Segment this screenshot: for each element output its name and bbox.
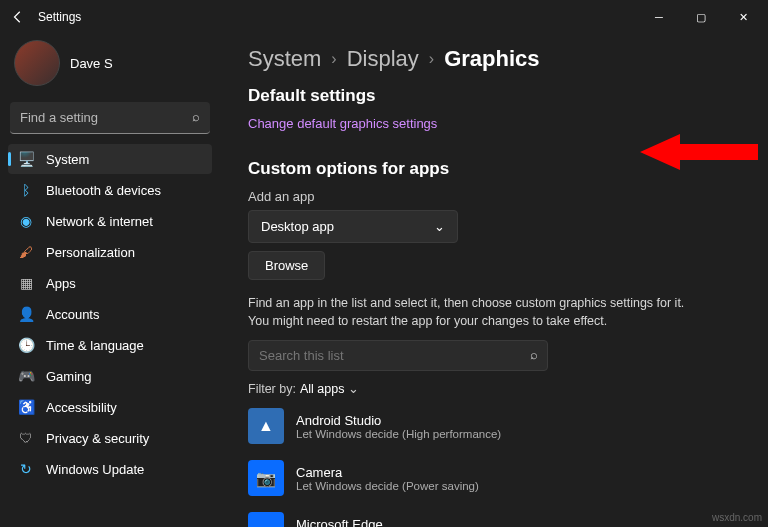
app-search-wrap: ⌕ [248, 340, 548, 371]
nav-label: Windows Update [46, 462, 144, 477]
window-title: Settings [38, 10, 81, 24]
app-name: Microsoft Edge [296, 517, 479, 527]
default-settings-heading: Default settings [248, 86, 744, 106]
add-app-label: Add an app [248, 189, 744, 204]
nav-icon: ◉ [18, 213, 34, 229]
sidebar-item-gaming[interactable]: 🎮Gaming [8, 361, 212, 391]
app-search-input[interactable] [248, 340, 548, 371]
search-icon: ⌕ [530, 347, 538, 362]
sidebar-item-system[interactable]: 🖥️System [8, 144, 212, 174]
sidebar-item-time-language[interactable]: 🕒Time & language [8, 330, 212, 360]
sidebar-item-privacy-security[interactable]: 🛡Privacy & security [8, 423, 212, 453]
avatar [14, 40, 60, 86]
filter-row[interactable]: Filter by: All apps ⌄ [248, 381, 744, 396]
nav-label: Accounts [46, 307, 99, 322]
nav-icon: 👤 [18, 306, 34, 322]
app-name: Camera [296, 465, 479, 480]
nav-icon: 🕒 [18, 337, 34, 353]
nav-icon: ♿ [18, 399, 34, 415]
nav-icon: 🖥️ [18, 151, 34, 167]
apps-list: ▲Android StudioLet Windows decide (High … [248, 404, 744, 527]
nav-label: Bluetooth & devices [46, 183, 161, 198]
app-icon: 📷 [248, 460, 284, 496]
nav-label: Time & language [46, 338, 144, 353]
nav-icon: 🎮 [18, 368, 34, 384]
nav-label: Personalization [46, 245, 135, 260]
nav-icon: ↻ [18, 461, 34, 477]
sidebar-item-windows-update[interactable]: ↻Windows Update [8, 454, 212, 484]
dropdown-value: Desktop app [261, 219, 334, 234]
app-item[interactable]: ▲Android StudioLet Windows decide (High … [248, 404, 744, 448]
nav-icon: ᛒ [18, 182, 34, 198]
app-name: Android Studio [296, 413, 501, 428]
sidebar-item-accounts[interactable]: 👤Accounts [8, 299, 212, 329]
maximize-button[interactable]: ▢ [680, 3, 722, 31]
annotation-arrow [640, 130, 760, 174]
nav-label: Network & internet [46, 214, 153, 229]
app-type-dropdown[interactable]: Desktop app ⌄ [248, 210, 458, 243]
chevron-right-icon: › [331, 50, 336, 68]
nav-label: Apps [46, 276, 76, 291]
sidebar-item-accessibility[interactable]: ♿Accessibility [8, 392, 212, 422]
breadcrumb: System › Display › Graphics [248, 46, 744, 72]
chevron-down-icon: ⌄ [348, 381, 359, 396]
app-item[interactable]: Microsoft EdgeLet Windows decide (Power … [248, 508, 744, 527]
app-icon: ▲ [248, 408, 284, 444]
nav-icon: 🛡 [18, 430, 34, 446]
sidebar-item-apps[interactable]: ▦Apps [8, 268, 212, 298]
nav-label: Gaming [46, 369, 92, 384]
chevron-down-icon: ⌄ [434, 219, 445, 234]
sidebar-item-bluetooth-devices[interactable]: ᛒBluetooth & devices [8, 175, 212, 205]
search-wrap: ⌕ [10, 102, 210, 134]
app-subtitle: Let Windows decide (Power saving) [296, 480, 479, 492]
nav-icon: 🖌 [18, 244, 34, 260]
profile[interactable]: Dave S [8, 34, 212, 98]
svg-marker-0 [640, 134, 758, 170]
chevron-right-icon: › [429, 50, 434, 68]
nav-icon: ▦ [18, 275, 34, 291]
app-item[interactable]: 📷CameraLet Windows decide (Power saving) [248, 456, 744, 500]
back-button[interactable] [4, 3, 32, 31]
watermark: wsxdn.com [712, 512, 762, 523]
filter-value: All apps [300, 382, 344, 396]
hint-text: Find an app in the list and select it, t… [248, 294, 708, 330]
profile-name: Dave S [70, 56, 113, 71]
breadcrumb-system[interactable]: System [248, 46, 321, 72]
main-content: System › Display › Graphics Default sett… [220, 34, 768, 527]
minimize-button[interactable]: ─ [638, 3, 680, 31]
nav-label: System [46, 152, 89, 167]
app-subtitle: Let Windows decide (High performance) [296, 428, 501, 440]
close-button[interactable]: ✕ [722, 3, 764, 31]
nav-label: Accessibility [46, 400, 117, 415]
search-input[interactable] [10, 102, 210, 134]
sidebar-item-network-internet[interactable]: ◉Network & internet [8, 206, 212, 236]
nav-label: Privacy & security [46, 431, 149, 446]
titlebar: Settings ─ ▢ ✕ [0, 0, 768, 34]
breadcrumb-display[interactable]: Display [347, 46, 419, 72]
browse-button[interactable]: Browse [248, 251, 325, 280]
sidebar-item-personalization[interactable]: 🖌Personalization [8, 237, 212, 267]
nav-list: 🖥️SystemᛒBluetooth & devices◉Network & i… [8, 144, 212, 484]
change-default-graphics-link[interactable]: Change default graphics settings [248, 116, 437, 131]
app-icon [248, 512, 284, 527]
filter-label: Filter by: [248, 382, 296, 396]
breadcrumb-graphics: Graphics [444, 46, 539, 72]
search-icon: ⌕ [192, 109, 200, 124]
sidebar: Dave S ⌕ 🖥️SystemᛒBluetooth & devices◉Ne… [0, 34, 220, 527]
